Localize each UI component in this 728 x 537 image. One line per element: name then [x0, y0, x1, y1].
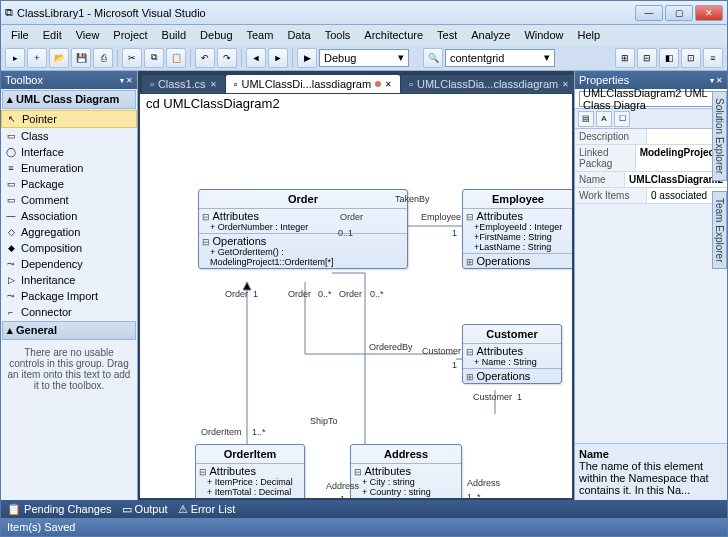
nav-back-button[interactable]: ◄ [246, 48, 266, 68]
config-dropdown[interactable]: Debug▾ [319, 49, 409, 67]
close-button[interactable]: ✕ [695, 5, 723, 21]
save-button[interactable]: 💾 [71, 48, 91, 68]
find-button[interactable]: 🔍 [423, 48, 443, 68]
toolbox-interface[interactable]: ◯Interface [1, 144, 137, 160]
toolbox-enumeration[interactable]: ≡Enumeration [1, 160, 137, 176]
mult-1: 1 [452, 228, 457, 238]
property-row[interactable]: NameUMLClassDiagram2 [575, 172, 727, 188]
menu-project[interactable]: Project [107, 27, 153, 43]
doc-tab[interactable]: ▫UMLClassDi...lassdiagram✕ [226, 75, 401, 93]
main-toolbar: ▸ + 📂 💾 ⎙ ✂ ⧉ 📋 ↶ ↷ ◄ ► ▶ Debug▾ 🔍 conte… [1, 45, 727, 71]
property-row[interactable]: Work Items0 associated [575, 188, 727, 204]
property-row[interactable]: Linked PackagModelingProject1 [575, 145, 727, 172]
toolbox-category-uml[interactable]: ▴ UML Class Diagram [2, 90, 136, 109]
menu-architecture[interactable]: Architecture [358, 27, 429, 43]
app-icon: ⧉ [5, 6, 13, 19]
toolbox-empty-text: There are no usable controls in this gro… [1, 341, 137, 397]
menu-debug[interactable]: Debug [194, 27, 238, 43]
toolbox-association[interactable]: —Association [1, 208, 137, 224]
toolbox-dependency[interactable]: ⤳Dependency [1, 256, 137, 272]
role-customer: Customer [422, 346, 461, 356]
tool-btn-4[interactable]: ⊡ [681, 48, 701, 68]
pin-icon[interactable]: ▾ ✕ [710, 76, 723, 85]
tab-pending-changes[interactable]: 📋 Pending Changes [7, 503, 112, 516]
new-project-button[interactable]: ▸ [5, 48, 25, 68]
add-item-button[interactable]: + [27, 48, 47, 68]
menu-edit[interactable]: Edit [37, 27, 68, 43]
menu-file[interactable]: File [5, 27, 35, 43]
minimize-button[interactable]: — [635, 5, 663, 21]
mult-1s2: 1..* [467, 492, 481, 499]
tool-icon: ≡ [5, 162, 17, 174]
toolbox-class[interactable]: ▭Class [1, 128, 137, 144]
doc-tab[interactable]: ▫Class1.cs✕ [142, 75, 225, 93]
save-all-button[interactable]: ⎙ [93, 48, 113, 68]
open-button[interactable]: 📂 [49, 48, 69, 68]
property-row[interactable]: Description [575, 129, 727, 145]
class-address[interactable]: Address ⊟ Attributes + City : string + C… [350, 444, 462, 499]
maximize-button[interactable]: ▢ [665, 5, 693, 21]
separator [241, 49, 242, 67]
tool-btn-3[interactable]: ◧ [659, 48, 679, 68]
role-order2: Order [225, 289, 248, 299]
toolbox-header: Toolbox▾ ✕ [1, 71, 137, 89]
class-order[interactable]: Order ⊟ Attributes + OrderNumber : Integ… [198, 189, 408, 269]
toolbox-inheritance[interactable]: ▷Inheritance [1, 272, 137, 288]
toolbox-package[interactable]: ▭Package [1, 176, 137, 192]
toolbox-composition[interactable]: ◆Composition [1, 240, 137, 256]
tab-close-icon[interactable]: ✕ [562, 80, 569, 89]
menu-view[interactable]: View [70, 27, 106, 43]
toolbox-category-general[interactable]: ▴ General [2, 321, 136, 340]
props-page-button[interactable]: ☐ [614, 111, 630, 127]
pin-icon[interactable]: ▾ ✕ [120, 76, 133, 85]
undo-button[interactable]: ↶ [195, 48, 215, 68]
tool-btn-5[interactable]: ≡ [703, 48, 723, 68]
copy-button[interactable]: ⧉ [144, 48, 164, 68]
toolbox-pointer[interactable]: ↖Pointer [1, 110, 137, 128]
side-tab-team-explorer[interactable]: Team Explorer [712, 191, 727, 269]
tab-error-list[interactable]: ⚠ Error List [178, 503, 236, 516]
tool-icon: ⤳ [5, 290, 17, 302]
nav-fwd-button[interactable]: ► [268, 48, 288, 68]
search-box[interactable]: contentgrid▾ [445, 49, 555, 67]
class-orderitem[interactable]: OrderItem ⊟ Attributes + ItemPrice : Dec… [195, 444, 305, 499]
tab-output[interactable]: ▭ Output [122, 503, 168, 516]
menu-build[interactable]: Build [156, 27, 192, 43]
toolbox-connector[interactable]: ⌐Connector [1, 304, 137, 320]
tab-close-icon[interactable]: ✕ [210, 80, 217, 89]
cut-button[interactable]: ✂ [122, 48, 142, 68]
role-employee: Employee [421, 212, 461, 222]
categorized-button[interactable]: ▤ [578, 111, 594, 127]
toolbox-comment[interactable]: ▭Comment [1, 192, 137, 208]
tool-btn-1[interactable]: ⊞ [615, 48, 635, 68]
designer-canvas[interactable]: cd UMLClassDiagram2 Order ⊟ Attributes +… [139, 93, 573, 499]
toolbox-aggregation[interactable]: ◇Aggregation [1, 224, 137, 240]
properties-help: Name The name of this element within the… [575, 443, 727, 500]
mult-1e: 1 [340, 494, 345, 499]
menu-help[interactable]: Help [572, 27, 607, 43]
menu-analyze[interactable]: Analyze [465, 27, 516, 43]
paste-button[interactable]: 📋 [166, 48, 186, 68]
mult-1c: 1 [452, 360, 457, 370]
start-button[interactable]: ▶ [297, 48, 317, 68]
tool-btn-2[interactable]: ⊟ [637, 48, 657, 68]
properties-object-combo[interactable]: UMLClassDiagram2 UML Class Diagra [579, 91, 719, 107]
menu-test[interactable]: Test [431, 27, 463, 43]
alphabetical-button[interactable]: A [596, 111, 612, 127]
tab-close-icon[interactable]: ✕ [385, 80, 392, 89]
side-tab-solution-explorer[interactable]: Solution Explorer [712, 91, 727, 181]
menu-tools[interactable]: Tools [319, 27, 357, 43]
redo-button[interactable]: ↷ [217, 48, 237, 68]
status-bar: Item(s) Saved [1, 518, 727, 536]
menu-window[interactable]: Window [518, 27, 569, 43]
class-customer[interactable]: Customer ⊟ Attributes + Name : String ⊞ … [462, 324, 562, 384]
menu-team[interactable]: Team [241, 27, 280, 43]
doc-tab[interactable]: ▫UMLClassDia...classdiagram✕ [401, 75, 574, 93]
menu-data[interactable]: Data [281, 27, 316, 43]
role-order4: Order [339, 289, 362, 299]
rel-orderedby: OrderedBy [369, 342, 413, 352]
window-title: ClassLibrary1 - Microsoft Visual Studio [13, 7, 635, 19]
class-employee[interactable]: Employee ⊟ Attributes +EmployeeId : Inte… [462, 189, 573, 269]
mult-0s2: 0..* [370, 289, 384, 299]
toolbox-package-import[interactable]: ⤳Package Import [1, 288, 137, 304]
